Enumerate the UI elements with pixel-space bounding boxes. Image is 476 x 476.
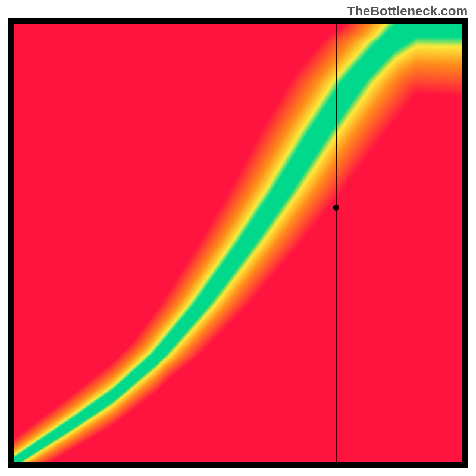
watermark-text: TheBottleneck.com: [347, 4, 468, 19]
chart-frame: [8, 18, 468, 468]
heatmap-plot: [14, 24, 462, 462]
heatmap-canvas: [14, 24, 462, 462]
